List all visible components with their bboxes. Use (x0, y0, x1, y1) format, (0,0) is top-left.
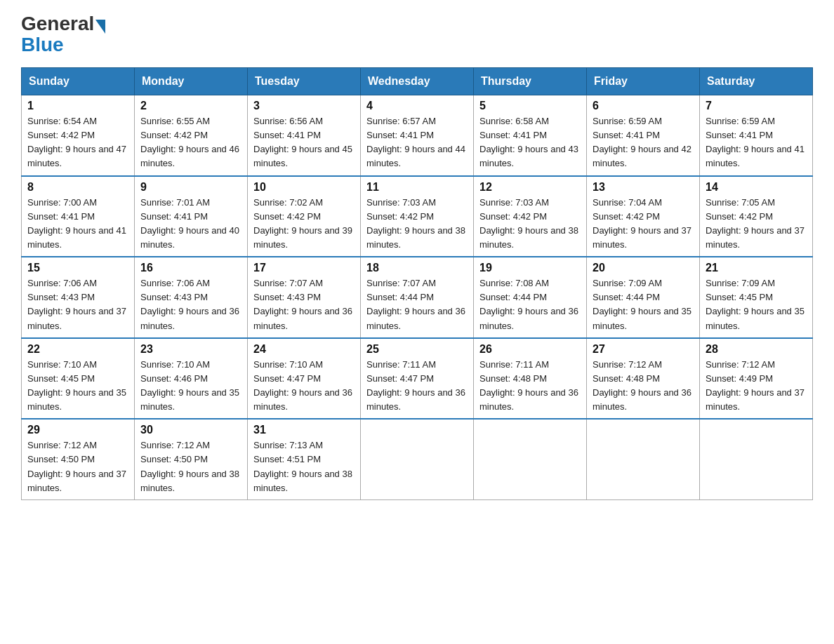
day-info: Sunrise: 6:54 AMSunset: 4:42 PMDaylight:… (27, 114, 128, 171)
day-info: Sunrise: 7:03 AMSunset: 4:42 PMDaylight:… (366, 196, 468, 253)
calendar-cell: 5Sunrise: 6:58 AMSunset: 4:41 PMDaylight… (474, 95, 587, 176)
day-info: Sunrise: 7:10 AMSunset: 4:46 PMDaylight:… (140, 358, 241, 415)
day-info: Sunrise: 7:01 AMSunset: 4:41 PMDaylight:… (140, 196, 241, 253)
day-info: Sunrise: 7:12 AMSunset: 4:49 PMDaylight:… (706, 358, 807, 415)
calendar-cell: 24Sunrise: 7:10 AMSunset: 4:47 PMDayligh… (248, 338, 361, 420)
day-info: Sunrise: 7:12 AMSunset: 4:50 PMDaylight:… (27, 438, 128, 495)
day-info: Sunrise: 7:07 AMSunset: 4:44 PMDaylight:… (366, 276, 468, 333)
day-number: 31 (253, 424, 355, 436)
calendar-cell: 25Sunrise: 7:11 AMSunset: 4:47 PMDayligh… (361, 338, 474, 420)
day-number: 29 (27, 424, 128, 436)
calendar-cell: 10Sunrise: 7:02 AMSunset: 4:42 PMDayligh… (248, 176, 361, 257)
day-info: Sunrise: 7:04 AMSunset: 4:42 PMDaylight:… (593, 196, 694, 253)
day-info: Sunrise: 7:12 AMSunset: 4:48 PMDaylight:… (593, 358, 694, 415)
day-number: 26 (479, 343, 581, 356)
calendar-cell: 20Sunrise: 7:09 AMSunset: 4:44 PMDayligh… (587, 257, 700, 338)
calendar-cell: 26Sunrise: 7:11 AMSunset: 4:48 PMDayligh… (474, 338, 587, 420)
calendar-cell: 14Sunrise: 7:05 AMSunset: 4:42 PMDayligh… (700, 176, 813, 257)
day-info: Sunrise: 7:12 AMSunset: 4:50 PMDaylight:… (140, 438, 241, 495)
day-info: Sunrise: 7:08 AMSunset: 4:44 PMDaylight:… (479, 276, 581, 333)
calendar-cell: 18Sunrise: 7:07 AMSunset: 4:44 PMDayligh… (361, 257, 474, 338)
calendar-table: SundayMondayTuesdayWednesdayThursdayFrid… (21, 67, 813, 500)
calendar-cell: 1Sunrise: 6:54 AMSunset: 4:42 PMDaylight… (22, 95, 135, 176)
calendar-cell: 16Sunrise: 7:06 AMSunset: 4:43 PMDayligh… (135, 257, 248, 338)
day-info: Sunrise: 7:00 AMSunset: 4:41 PMDaylight:… (27, 196, 128, 253)
logo-arrow-icon (95, 20, 105, 34)
day-number: 3 (253, 100, 355, 112)
calendar-cell (700, 419, 813, 499)
calendar-cell (587, 419, 700, 499)
day-info: Sunrise: 7:07 AMSunset: 4:43 PMDaylight:… (253, 276, 355, 333)
day-number: 24 (253, 343, 355, 356)
calendar-cell: 3Sunrise: 6:56 AMSunset: 4:41 PMDaylight… (248, 95, 361, 176)
day-info: Sunrise: 6:55 AMSunset: 4:42 PMDaylight:… (140, 114, 241, 171)
day-number: 7 (706, 100, 807, 112)
day-number: 23 (140, 343, 241, 356)
day-info: Sunrise: 7:09 AMSunset: 4:44 PMDaylight:… (593, 276, 694, 333)
day-number: 21 (706, 262, 807, 274)
day-number: 12 (479, 181, 581, 194)
calendar-cell: 21Sunrise: 7:09 AMSunset: 4:45 PMDayligh… (700, 257, 813, 338)
day-number: 8 (27, 181, 128, 194)
weekday-header-wednesday: Wednesday (361, 68, 474, 95)
calendar-week-row: 8Sunrise: 7:00 AMSunset: 4:41 PMDaylight… (22, 176, 813, 257)
day-number: 25 (366, 343, 468, 356)
logo-general-text: General (21, 14, 94, 34)
calendar-cell: 19Sunrise: 7:08 AMSunset: 4:44 PMDayligh… (474, 257, 587, 338)
calendar-cell: 17Sunrise: 7:07 AMSunset: 4:43 PMDayligh… (248, 257, 361, 338)
calendar-cell: 6Sunrise: 6:59 AMSunset: 4:41 PMDaylight… (587, 95, 700, 176)
day-number: 6 (593, 100, 694, 112)
calendar-week-row: 15Sunrise: 7:06 AMSunset: 4:43 PMDayligh… (22, 257, 813, 338)
day-info: Sunrise: 7:09 AMSunset: 4:45 PMDaylight:… (706, 276, 807, 333)
day-number: 13 (593, 181, 694, 194)
day-number: 15 (27, 262, 128, 274)
logo-blue-text: Blue (21, 34, 64, 56)
day-number: 17 (253, 262, 355, 274)
day-info: Sunrise: 7:03 AMSunset: 4:42 PMDaylight:… (479, 196, 581, 253)
day-info: Sunrise: 6:56 AMSunset: 4:41 PMDaylight:… (253, 114, 355, 171)
weekday-header-friday: Friday (587, 68, 700, 95)
page-header: General Blue (21, 14, 813, 56)
day-number: 22 (27, 343, 128, 356)
calendar-cell: 31Sunrise: 7:13 AMSunset: 4:51 PMDayligh… (248, 419, 361, 499)
calendar-cell: 7Sunrise: 6:59 AMSunset: 4:41 PMDaylight… (700, 95, 813, 176)
day-number: 19 (479, 262, 581, 274)
calendar-cell: 27Sunrise: 7:12 AMSunset: 4:48 PMDayligh… (587, 338, 700, 420)
calendar-cell (474, 419, 587, 499)
day-number: 18 (366, 262, 468, 274)
day-number: 9 (140, 181, 241, 194)
weekday-header-thursday: Thursday (474, 68, 587, 95)
calendar-cell: 2Sunrise: 6:55 AMSunset: 4:42 PMDaylight… (135, 95, 248, 176)
calendar-cell: 11Sunrise: 7:03 AMSunset: 4:42 PMDayligh… (361, 176, 474, 257)
day-info: Sunrise: 7:06 AMSunset: 4:43 PMDaylight:… (27, 276, 128, 333)
calendar-cell: 9Sunrise: 7:01 AMSunset: 4:41 PMDaylight… (135, 176, 248, 257)
calendar-cell: 28Sunrise: 7:12 AMSunset: 4:49 PMDayligh… (700, 338, 813, 420)
calendar-cell: 12Sunrise: 7:03 AMSunset: 4:42 PMDayligh… (474, 176, 587, 257)
weekday-header-monday: Monday (135, 68, 248, 95)
weekday-header-sunday: Sunday (22, 68, 135, 95)
day-info: Sunrise: 7:11 AMSunset: 4:47 PMDaylight:… (366, 358, 468, 415)
calendar-cell: 13Sunrise: 7:04 AMSunset: 4:42 PMDayligh… (587, 176, 700, 257)
weekday-header-saturday: Saturday (700, 68, 813, 95)
day-number: 28 (706, 343, 807, 356)
day-info: Sunrise: 6:59 AMSunset: 4:41 PMDaylight:… (593, 114, 694, 171)
day-info: Sunrise: 7:10 AMSunset: 4:47 PMDaylight:… (253, 358, 355, 415)
day-info: Sunrise: 7:05 AMSunset: 4:42 PMDaylight:… (706, 196, 807, 253)
calendar-cell: 30Sunrise: 7:12 AMSunset: 4:50 PMDayligh… (135, 419, 248, 499)
day-number: 2 (140, 100, 241, 112)
calendar-cell: 23Sunrise: 7:10 AMSunset: 4:46 PMDayligh… (135, 338, 248, 420)
calendar-cell: 8Sunrise: 7:00 AMSunset: 4:41 PMDaylight… (22, 176, 135, 257)
day-number: 1 (27, 100, 128, 112)
day-number: 14 (706, 181, 807, 194)
day-number: 4 (366, 100, 468, 112)
day-number: 27 (593, 343, 694, 356)
day-number: 20 (593, 262, 694, 274)
day-info: Sunrise: 6:57 AMSunset: 4:41 PMDaylight:… (366, 114, 468, 171)
calendar-week-row: 29Sunrise: 7:12 AMSunset: 4:50 PMDayligh… (22, 419, 813, 499)
day-number: 5 (479, 100, 581, 112)
day-number: 30 (140, 424, 241, 436)
day-info: Sunrise: 7:06 AMSunset: 4:43 PMDaylight:… (140, 276, 241, 333)
weekday-header-tuesday: Tuesday (248, 68, 361, 95)
calendar-week-row: 22Sunrise: 7:10 AMSunset: 4:45 PMDayligh… (22, 338, 813, 420)
day-info: Sunrise: 7:13 AMSunset: 4:51 PMDaylight:… (253, 438, 355, 495)
